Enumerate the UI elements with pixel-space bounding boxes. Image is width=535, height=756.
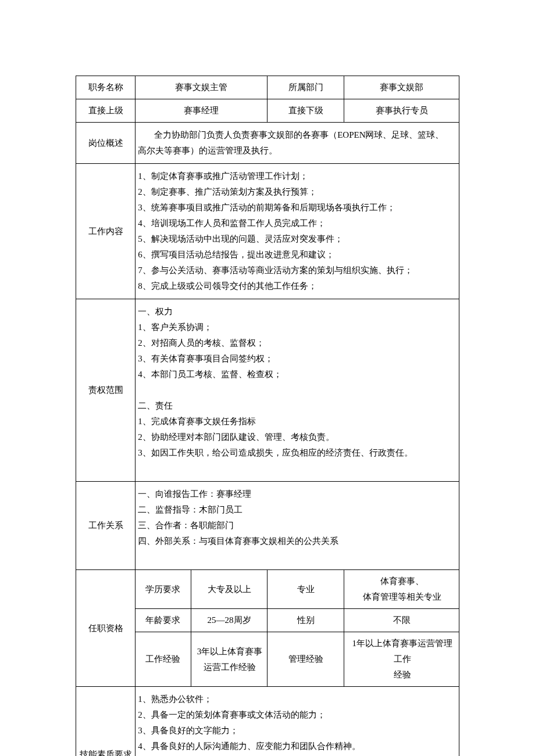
skills-line: 1、熟悉办公软件； xyxy=(137,691,458,707)
skills-line: 3、具备良好的文字能力； xyxy=(137,723,458,739)
label-work-exp: 工作经验 xyxy=(135,632,191,687)
scope-line: 1、完成体育赛事文娱任务指标 xyxy=(137,414,458,429)
label-direct-superior: 直接上级 xyxy=(76,99,135,123)
scope-line xyxy=(137,382,458,398)
scope-line: 二、责任 xyxy=(137,398,458,414)
label-department: 所属部门 xyxy=(268,76,344,99)
value-direct-subordinate: 赛事执行专员 xyxy=(344,99,459,123)
value-major: 体育赛事、 体育管理等相关专业 xyxy=(344,570,459,609)
label-scope: 责权范围 xyxy=(76,299,135,482)
value-job-title: 赛事文娱主管 xyxy=(135,76,268,99)
label-gender: 性别 xyxy=(268,609,344,632)
label-mgmt-exp: 管理经验 xyxy=(268,632,344,687)
label-qualification: 任职资格 xyxy=(76,570,135,687)
label-age: 年龄要求 xyxy=(135,609,191,632)
work-content-line: 2、制定赛事、推广活动策划方案及执行预算； xyxy=(137,184,458,200)
label-education: 学历要求 xyxy=(135,570,191,609)
label-work-relation: 工作关系 xyxy=(76,482,135,570)
major-line: 体育管理等相关专业 xyxy=(347,589,456,605)
relation-line: 三、合作者：各职能部门 xyxy=(137,518,458,533)
workexp-line: 运营工作经验 xyxy=(194,660,265,675)
scope-line: 1、客户关系协调； xyxy=(137,320,458,335)
scope-line: 2、协助经理对本部门团队建设、管理、考核负责。 xyxy=(137,429,458,445)
mgmtexp-line: 经验 xyxy=(347,667,456,683)
value-skills: 1、熟悉办公软件；2、具备一定的策划体育赛事或文体活动的能力；3、具备良好的文字… xyxy=(135,687,459,757)
label-skills: 技能素质要求 xyxy=(76,687,135,757)
work-content-line: 3、统筹赛事项目或推广活动的前期筹备和后期现场各项执行工作； xyxy=(137,200,458,216)
relation-line: 二、监督指导：木部门员工 xyxy=(137,502,458,518)
work-content-line: 8、完成上级或公司领导交付的其他工作任务； xyxy=(137,278,458,294)
value-gender: 不限 xyxy=(344,609,459,632)
value-department: 赛事文娱部 xyxy=(344,76,459,99)
scope-line: 4、本部门员工考核、监督、检查权； xyxy=(137,367,458,382)
major-line: 体育赛事、 xyxy=(347,574,456,589)
overview-line: 高尔夫等赛事）的运营管理及执行。 xyxy=(137,143,458,159)
job-description-table: 职务名称 赛事文娱主管 所属部门 赛事文娱部 直接上级 赛事经理 直接下级 赛事… xyxy=(76,76,459,756)
scope-line: 3、如因工作失职，给公司造成损失，应负相应的经济责任、行政责任。 xyxy=(137,445,458,461)
overview-line: 全力协助部门负责人负责赛事文娱部的各赛事（EOPEN网球、足球、篮球、 xyxy=(137,127,458,143)
relation-line xyxy=(137,549,458,565)
label-position-overview: 岗位概述 xyxy=(76,123,135,164)
label-work-content: 工作内容 xyxy=(76,164,135,299)
mgmtexp-line: 1年以上体育赛事运营管理工作 xyxy=(347,636,456,667)
work-content-line: 7、参与公关活动、赛事活动等商业活动方案的策划与组织实施、执行； xyxy=(137,263,458,278)
work-content-line: 1、制定体育赛事或推广活动管理工作计划； xyxy=(137,169,458,184)
skills-line: 2、具备一定的策划体育赛事或文体活动的能力； xyxy=(137,707,458,723)
value-work-exp: 3年以上体育赛事 运营工作经验 xyxy=(191,632,268,687)
value-work-content: 1、制定体育赛事或推广活动管理工作计划；2、制定赛事、推广活动策划方案及执行预算… xyxy=(135,164,459,299)
scope-line xyxy=(137,461,458,476)
value-age: 25—28周岁 xyxy=(191,609,268,632)
skills-line: 4、具备良好的人际沟通能力、应变能力和团队合作精神。 xyxy=(137,739,458,754)
workexp-line: 3年以上体育赛事 xyxy=(194,644,265,660)
label-direct-subordinate: 直接下级 xyxy=(268,99,344,123)
work-content-line: 4、培训现场工作人员和监督工作人员完成工作； xyxy=(137,216,458,231)
work-content-line: 5、解决现场活动中出现的问题、灵活应对突发事件； xyxy=(137,231,458,247)
value-scope: 一、权力1、客户关系协调；2、对招商人员的考核、监督权；3、有关体育赛事项目合同… xyxy=(135,299,459,482)
relation-line: 四、外部关系：与项目体育赛事文娱相关的公共关系 xyxy=(137,533,458,549)
value-position-overview: 全力协助部门负责人负责赛事文娱部的各赛事（EOPEN网球、足球、篮球、 高尔夫等… xyxy=(135,123,459,164)
value-education: 大专及以上 xyxy=(191,570,268,609)
value-work-relation: 一、向谁报告工作：赛事经理二、监督指导：木部门员工三、合作者：各职能部门四、外部… xyxy=(135,482,459,570)
scope-line: 3、有关体育赛事项目合同签约权； xyxy=(137,351,458,367)
value-direct-superior: 赛事经理 xyxy=(135,99,268,123)
work-content-line: 6、撰写项目活动总结报告，提出改进意见和建议； xyxy=(137,247,458,263)
scope-line: 2、对招商人员的考核、监督权； xyxy=(137,335,458,351)
label-job-title: 职务名称 xyxy=(76,76,135,99)
label-major: 专业 xyxy=(268,570,344,609)
scope-line: 一、权力 xyxy=(137,304,458,320)
value-mgmt-exp: 1年以上体育赛事运营管理工作 经验 xyxy=(344,632,459,687)
relation-line: 一、向谁报告工作：赛事经理 xyxy=(137,486,458,502)
